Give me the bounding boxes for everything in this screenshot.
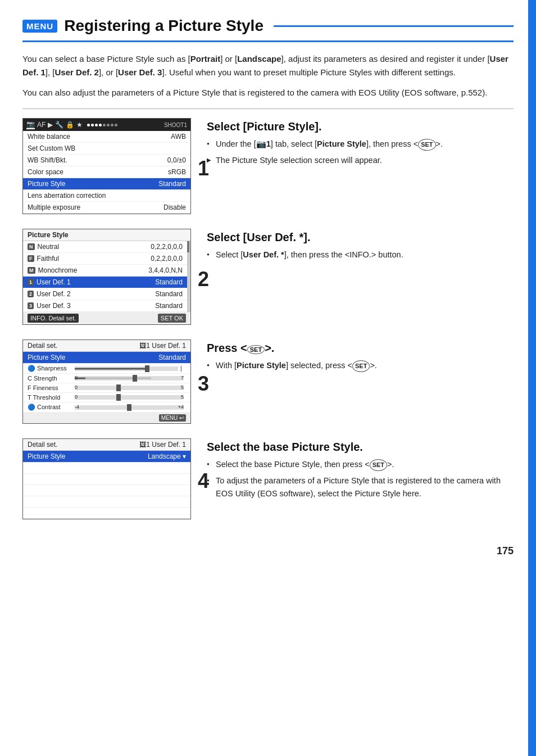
row-color-space: Color space sRGB bbox=[23, 166, 190, 178]
dot-7 bbox=[111, 124, 113, 126]
ps-icon-n: N bbox=[28, 243, 35, 250]
section-divider bbox=[22, 108, 514, 109]
tab-af-label: AF bbox=[37, 121, 46, 129]
detail-4-blank-5 bbox=[23, 508, 190, 519]
page-heading: Registering a Picture Style bbox=[64, 17, 264, 35]
step-4-bullet-2: To adjust the parameters of a Picture St… bbox=[207, 474, 514, 500]
detail-row-strength: C Strength 0 7 bbox=[23, 374, 190, 383]
intro-paragraph-2: You can also adjust the parameters of a … bbox=[22, 86, 514, 99]
step-3-bullet-1: With [Picture Style] selected, press <SE… bbox=[207, 359, 514, 372]
sharpness-slider bbox=[75, 366, 178, 371]
step-3-right: Press <SET>. With [Picture Style] select… bbox=[207, 339, 514, 375]
tab-camera-icon: 📷 bbox=[26, 120, 35, 129]
detail-header: Detail set. 🖼1 User Def. 1 bbox=[23, 340, 190, 352]
tab-lock-icon: 🔒 bbox=[66, 121, 74, 129]
step-2-left: Picture Style N Neutral 0,2,2,0,0,0 bbox=[22, 229, 197, 329]
dot-8 bbox=[115, 124, 117, 126]
step-4-number: 4 bbox=[198, 471, 209, 491]
screen-1-header: 📷 AF ▶ 🔧 🔒 ★ bbox=[23, 119, 190, 131]
dot-6 bbox=[107, 124, 110, 126]
step-3-left: Detail set. 🖼1 User Def. 1 Picture Style… bbox=[22, 339, 197, 428]
detail-4-header: Detail set. 🖼1 User Def. 1 bbox=[23, 439, 190, 451]
menu-badge: MENU bbox=[22, 20, 57, 33]
step-1-bullets: Under the [📷1] tab, select [Picture Styl… bbox=[207, 138, 514, 167]
row-multiple-exposure: Multiple exposure Disable bbox=[23, 202, 190, 214]
screen-2-title: Picture Style bbox=[23, 229, 190, 241]
blue-sidebar bbox=[528, 0, 536, 756]
step-4-bullet-1: Select the base Picture Style, then pres… bbox=[207, 458, 514, 471]
detail-row-fineness: F Fineness 0 5 bbox=[23, 383, 190, 393]
step-3-number: 3 bbox=[198, 374, 209, 394]
row-wb: White balance AWB bbox=[23, 131, 190, 143]
ps-row-mono: M Monochrome 3,4,4,0,N,N bbox=[23, 265, 187, 277]
contrast-slider: -4 +4 bbox=[75, 405, 184, 410]
row-custom-wb: Set Custom WB bbox=[23, 143, 190, 155]
ps-icon-3: 3 bbox=[28, 302, 34, 309]
step-1-bullet-1: Under the [📷1] tab, select [Picture Styl… bbox=[207, 138, 514, 151]
dot-4 bbox=[99, 124, 102, 126]
screen-4: Detail set. 🖼1 User Def. 1 Picture Style… bbox=[22, 438, 191, 519]
ps-row-user3: 3 User Def. 3 Standard bbox=[23, 300, 187, 312]
step-4-heading: Select the base Picture Style. bbox=[207, 441, 514, 454]
step-2-right: Select [User Def. *]. Select [User Def. … bbox=[207, 229, 514, 264]
scroll-bar bbox=[187, 241, 190, 312]
step-4-right: Select the base Picture Style. Select th… bbox=[207, 438, 514, 503]
dot-5 bbox=[103, 124, 106, 126]
fineness-slider: 0 5 bbox=[75, 386, 184, 390]
ps-icon-m: M bbox=[28, 267, 35, 274]
detail-4-blank-2 bbox=[23, 474, 190, 485]
ps-footer: INFO. Detail set. SET OK bbox=[23, 312, 190, 324]
step-4-row: Detail set. 🖼1 User Def. 1 Picture Style… bbox=[22, 438, 514, 524]
row-picture-style: Picture Style Standard bbox=[23, 178, 190, 190]
detail-4-blank-1 bbox=[23, 463, 190, 474]
info-btn: INFO. Detail set. bbox=[28, 314, 79, 323]
step-2-bullets: Select [User Def. *], then press the <IN… bbox=[207, 248, 514, 261]
step-2-heading: Select [User Def. *]. bbox=[207, 231, 514, 244]
strength-slider: 0 7 bbox=[75, 376, 184, 381]
row-wb-shift: WB Shift/Bkt. 0,0/±0 bbox=[23, 155, 190, 166]
threshold-slider: 0 5 bbox=[75, 395, 184, 400]
step-1-row: 📷 AF ▶ 🔧 🔒 ★ bbox=[22, 118, 514, 219]
ps-icon-f: F bbox=[28, 255, 34, 262]
set-ok-btn: SET OK bbox=[158, 314, 186, 323]
row-lens-aberration: Lens aberration correction bbox=[23, 190, 190, 202]
step-3-row: Detail set. 🖼1 User Def. 1 Picture Style… bbox=[22, 339, 514, 428]
shoot-label: SHOOT1 bbox=[164, 122, 187, 128]
step-3-bullets: With [Picture Style] selected, press <SE… bbox=[207, 359, 514, 372]
step-1-heading: Select [Picture Style]. bbox=[207, 120, 514, 133]
detail-4-blank-4 bbox=[23, 496, 190, 508]
detail-row-sharpness: 🔵 Sharpness | bbox=[23, 364, 190, 374]
tab-wrench-icon: 🔧 bbox=[55, 121, 63, 129]
page-title: MENU Registering a Picture Style bbox=[22, 17, 514, 42]
tab-play-icon: ▶ bbox=[48, 121, 53, 129]
dots-indicator bbox=[87, 124, 117, 126]
step-2-row: Picture Style N Neutral 0,2,2,0,0,0 bbox=[22, 229, 514, 329]
ps-icon-1: 1 bbox=[28, 279, 34, 286]
screen-3: Detail set. 🖼1 User Def. 1 Picture Style… bbox=[22, 339, 191, 424]
step-2-number: 2 bbox=[198, 269, 209, 289]
detail-4-ps-row: Picture Style Landscape ▾ bbox=[23, 451, 190, 463]
ps-row-neutral: N Neutral 0,2,2,0,0,0 bbox=[23, 241, 187, 253]
detail-row-contrast: 🔵 Contrast -4 +4 bbox=[23, 402, 190, 413]
dot-1 bbox=[87, 124, 90, 126]
tab-icons-row: 📷 AF ▶ 🔧 🔒 ★ bbox=[26, 120, 83, 129]
step-4-bullets: Select the base Picture Style, then pres… bbox=[207, 458, 514, 500]
step-1-left: 📷 AF ▶ 🔧 🔒 ★ bbox=[22, 118, 197, 219]
menu-back-btn: MENU ↩ bbox=[159, 414, 186, 422]
scroll-thumb bbox=[187, 241, 189, 252]
ps-row-faithful: F Faithful 0,2,2,0,0,0 bbox=[23, 253, 187, 265]
step-1-bullet-2: The Picture Style selection screen will … bbox=[207, 154, 514, 166]
step-3-heading: Press <SET>. bbox=[207, 342, 514, 355]
screen-1: 📷 AF ▶ 🔧 🔒 ★ bbox=[22, 118, 191, 214]
dot-2 bbox=[91, 124, 94, 126]
steps-area: 📷 AF ▶ 🔧 🔒 ★ bbox=[22, 118, 514, 534]
step-1-right: Select [Picture Style]. Under the [📷1] t… bbox=[207, 118, 514, 170]
detail-footer: MENU ↩ bbox=[23, 413, 190, 423]
title-underline bbox=[274, 25, 514, 27]
tab-star-icon: ★ bbox=[76, 121, 83, 129]
step-2-bullet-1: Select [User Def. *], then press the <IN… bbox=[207, 248, 514, 261]
dot-3 bbox=[95, 124, 98, 126]
screen-2: Picture Style N Neutral 0,2,2,0,0,0 bbox=[22, 229, 191, 325]
detail-row-ps: Picture Style Standard bbox=[23, 352, 190, 364]
step-1-number: 1 bbox=[198, 159, 209, 179]
